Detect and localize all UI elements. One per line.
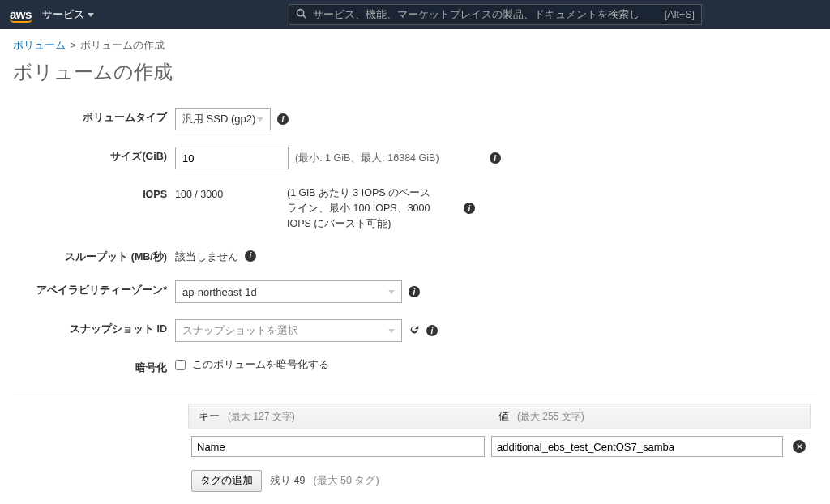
info-icon[interactable]: i [426, 325, 438, 336]
info-icon[interactable]: i [409, 286, 420, 297]
encrypt-checkbox-label: このボリュームを暗号化する [192, 358, 329, 372]
az-label: アベイラビリティーゾーン* [13, 280, 175, 297]
page-title: ボリュームの作成 [0, 56, 830, 100]
tag-value-hint: (最大 255 文字) [517, 410, 584, 424]
tag-row: ✕ [188, 429, 811, 463]
search-shortcut: [Alt+S] [665, 9, 695, 20]
snapshot-label: スナップショット ID [13, 319, 175, 336]
tag-header: キー (最大 127 文字) 値 (最大 255 文字) [188, 404, 811, 429]
encrypt-checkbox[interactable] [175, 360, 186, 370]
chevron-down-icon [257, 117, 263, 122]
search-icon [296, 8, 306, 21]
aws-logo[interactable]: aws [10, 7, 32, 23]
iops-label: IOPS [13, 186, 175, 200]
tags-remaining: 残り 49 [270, 474, 305, 488]
throughput-label: スループット (MB/秒) [13, 247, 175, 264]
snapshot-select[interactable]: スナップショットを選択 [175, 319, 402, 342]
size-label: サイズ(GiB) [13, 147, 175, 164]
svg-line-1 [303, 15, 306, 18]
chevron-down-icon [388, 329, 395, 333]
size-input[interactable] [175, 147, 289, 169]
chevron-down-icon [388, 290, 395, 294]
tags-max: (最大 50 タグ) [313, 474, 379, 488]
tag-value-header: 値 [498, 410, 509, 424]
tag-key-input[interactable] [191, 436, 485, 457]
search-placeholder: サービス、機能、マーケットプレイスの製品、ドキュメントを検索し [313, 8, 665, 22]
caret-down-icon [88, 13, 94, 17]
size-hint: (最小: 1 GiB、最大: 16384 GiB) [295, 152, 439, 165]
info-icon[interactable]: i [490, 152, 501, 164]
volume-type-label: ボリュームタイプ [13, 108, 175, 125]
add-tag-button[interactable]: タグの追加 [191, 470, 262, 492]
breadcrumb-current: ボリュームの作成 [80, 40, 165, 51]
tag-key-header: キー [199, 410, 220, 424]
tag-key-hint: (最大 127 文字) [228, 410, 295, 424]
info-icon[interactable]: i [464, 203, 475, 214]
iops-value: 100 / 3000 [175, 186, 280, 200]
breadcrumb: ボリューム > ボリュームの作成 [0, 29, 830, 56]
info-icon[interactable]: i [277, 113, 289, 125]
encrypt-label: 暗号化 [13, 358, 175, 375]
az-select[interactable]: ap-northeast-1d [175, 280, 402, 303]
info-icon[interactable]: i [245, 250, 256, 262]
breadcrumb-parent[interactable]: ボリューム [13, 40, 66, 51]
throughput-value: 該当しません [175, 247, 238, 264]
services-menu[interactable]: サービス [42, 7, 94, 22]
search-input[interactable]: サービス、機能、マーケットプレイスの製品、ドキュメントを検索し [Alt+S] [289, 4, 702, 25]
volume-type-select[interactable]: 汎用 SSD (gp2) [175, 108, 271, 130]
remove-tag-icon[interactable]: ✕ [793, 440, 806, 453]
iops-note: (1 GiB あたり 3 IOPS のベースライン、最小 100 IOPS、30… [287, 186, 441, 231]
refresh-icon[interactable] [409, 324, 420, 338]
tag-value-input[interactable] [491, 436, 783, 457]
svg-point-0 [297, 10, 304, 16]
